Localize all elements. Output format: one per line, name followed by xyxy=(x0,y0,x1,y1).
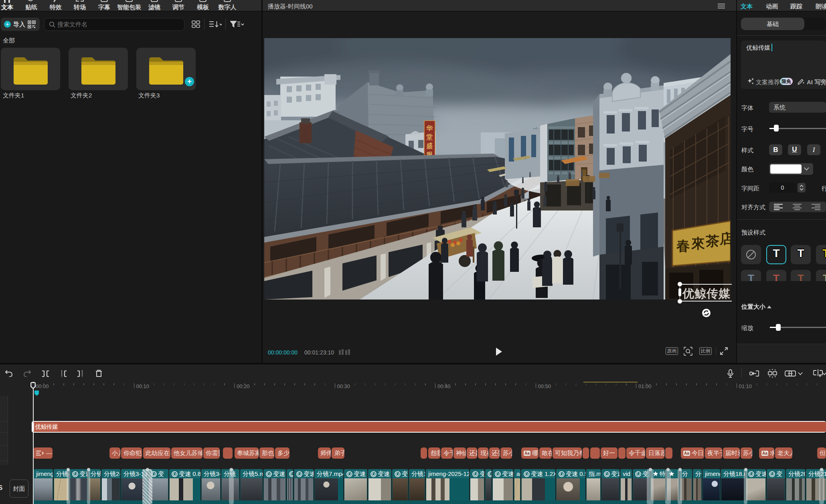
svg-text:春: 春 xyxy=(676,238,690,253)
svg-text:华: 华 xyxy=(426,125,433,132)
svg-text:來: 來 xyxy=(691,236,705,251)
svg-text:堂: 堂 xyxy=(426,134,433,140)
svg-text:盛: 盛 xyxy=(426,142,433,149)
svg-text:店: 店 xyxy=(719,231,731,246)
svg-text:茶: 茶 xyxy=(705,233,719,249)
